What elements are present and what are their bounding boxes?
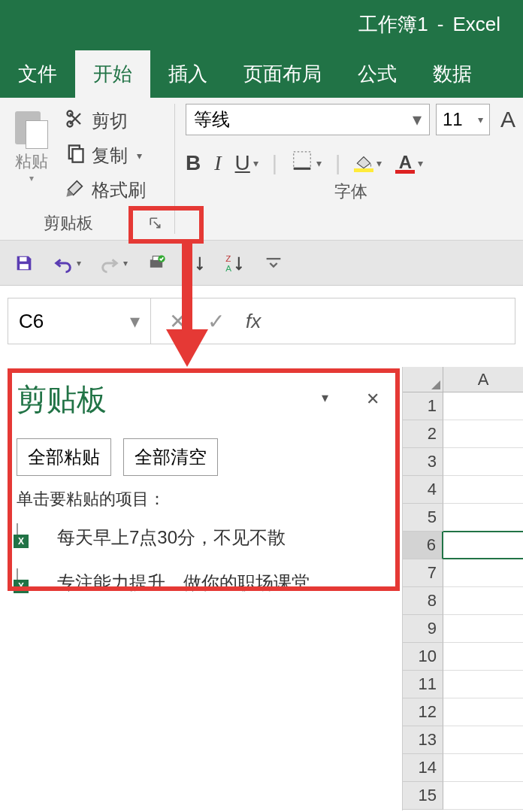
row-header[interactable]: 15	[403, 782, 443, 810]
qat-customize-button[interactable]	[263, 253, 284, 274]
save-button[interactable]	[14, 253, 35, 274]
svg-text:A: A	[186, 253, 192, 262]
row-header[interactable]: 2	[403, 420, 443, 448]
title-separator: -	[437, 13, 444, 36]
pane-options-dropdown[interactable]: ▾	[322, 389, 328, 409]
tab-data[interactable]: 数据	[415, 50, 490, 98]
border-icon	[291, 149, 313, 177]
row-header[interactable]: 4	[403, 476, 443, 504]
separator: |	[272, 151, 277, 175]
copy-label: 复制	[92, 144, 128, 168]
cell[interactable]	[443, 392, 523, 420]
sort-desc-button[interactable]: ZA	[224, 253, 245, 274]
cell[interactable]	[443, 698, 523, 726]
clipboard-items-list: X 每天早上7点30分，不见不散 X 专注能力提升，做你的职场课堂	[17, 524, 387, 596]
row-header[interactable]: 12	[403, 698, 443, 726]
undo-button[interactable]: ▾	[53, 253, 81, 274]
format-painter-label: 格式刷	[92, 178, 146, 202]
cell[interactable]	[443, 782, 523, 810]
grid-row: 4	[403, 476, 523, 504]
name-box-value: C6	[19, 310, 44, 333]
sort-asc-button[interactable]: AZ	[185, 253, 206, 274]
clear-all-button[interactable]: 全部清空	[123, 438, 218, 476]
cell[interactable]	[443, 559, 523, 587]
cell[interactable]	[443, 448, 523, 476]
cut-button[interactable]: 剪切	[60, 105, 150, 137]
cell[interactable]	[443, 476, 523, 504]
cell[interactable]	[443, 643, 523, 671]
font-color-button[interactable]: A ▾	[395, 152, 423, 174]
copy-button[interactable]: 复制 ▾	[60, 140, 150, 171]
tab-insert[interactable]: 插入	[150, 50, 225, 98]
column-header-A[interactable]: A	[443, 367, 523, 392]
grid-row: 3	[403, 448, 523, 476]
cell[interactable]	[443, 754, 523, 782]
svg-rect-7	[20, 264, 29, 269]
print-preview-button[interactable]	[146, 253, 167, 274]
cell[interactable]	[443, 671, 523, 698]
workbook-name: 工作簿1	[358, 11, 428, 38]
row-header[interactable]: 6	[403, 532, 443, 559]
clipboard-item[interactable]: X 每天早上7点30分，不见不散	[17, 524, 387, 551]
cancel-formula-button[interactable]: ✕	[169, 309, 186, 334]
font-group: 等线 ▾ 11 ▾ A B I U ▾ | ▾ |	[175, 98, 523, 240]
worksheet-grid[interactable]: A 123456789101112131415	[402, 367, 523, 810]
border-button[interactable]: ▾	[291, 149, 322, 177]
paste-icon	[14, 107, 50, 149]
undo-dropdown-icon: ▾	[77, 258, 81, 268]
clipboard-dialog-launcher[interactable]	[137, 210, 174, 237]
row-header[interactable]: 13	[403, 726, 443, 754]
font-size-select[interactable]: 11 ▾	[436, 104, 490, 135]
grow-font-icon[interactable]: A	[500, 107, 515, 132]
paste-button[interactable]: 粘贴 ▾	[11, 104, 56, 210]
separator: |	[335, 151, 340, 175]
grid-row: 5	[403, 504, 523, 532]
row-header[interactable]: 1	[403, 392, 443, 420]
tab-home[interactable]: 开始	[75, 50, 150, 98]
row-header[interactable]: 11	[403, 671, 443, 698]
underline-button[interactable]: U ▾	[235, 151, 258, 175]
font-name-value: 等线	[194, 108, 230, 132]
enter-formula-button[interactable]: ✓	[207, 309, 225, 334]
underline-dropdown-icon: ▾	[253, 157, 258, 169]
paste-label: 粘贴	[15, 150, 48, 173]
row-header[interactable]: 7	[403, 559, 443, 587]
name-box[interactable]: C6 ▾	[8, 298, 151, 344]
clipboard-item[interactable]: X 专注能力提升，做你的职场课堂	[17, 569, 387, 596]
paste-dropdown-icon: ▾	[29, 173, 34, 183]
cell[interactable]	[443, 420, 523, 448]
tab-file[interactable]: 文件	[0, 50, 75, 98]
bold-button[interactable]: B	[186, 151, 201, 175]
svg-text:A: A	[225, 262, 231, 272]
cell[interactable]	[443, 615, 523, 643]
row-header[interactable]: 9	[403, 615, 443, 643]
grid-rows: 123456789101112131415	[403, 392, 523, 810]
select-all-corner[interactable]	[403, 367, 443, 392]
row-header[interactable]: 5	[403, 504, 443, 532]
cell[interactable]	[443, 504, 523, 532]
pane-close-button[interactable]: ✕	[366, 389, 379, 409]
title-bar: 工作簿1 - Excel	[0, 0, 523, 49]
redo-button[interactable]: ▾	[99, 253, 128, 274]
row-header[interactable]: 8	[403, 587, 443, 615]
paste-all-button[interactable]: 全部粘贴	[17, 438, 111, 476]
formula-bar-row: C6 ▾ ✕ ✓ fx	[8, 298, 515, 344]
row-header[interactable]: 10	[403, 643, 443, 671]
italic-button[interactable]: I	[214, 151, 221, 175]
row-header[interactable]: 14	[403, 754, 443, 782]
row-header[interactable]: 3	[403, 448, 443, 476]
insert-function-button[interactable]: fx	[246, 310, 261, 333]
clipboard-instruction-text: 单击要粘贴的项目：	[17, 488, 387, 511]
tab-page-layout[interactable]: 页面布局	[225, 50, 340, 98]
cell[interactable]	[443, 726, 523, 754]
font-name-select[interactable]: 等线 ▾	[186, 104, 430, 135]
font-name-dropdown-icon: ▾	[413, 109, 422, 130]
grid-row: 11	[403, 671, 523, 698]
cell[interactable]	[443, 587, 523, 615]
grid-header-row: A	[403, 367, 523, 392]
quick-access-toolbar: ▾ ▾ AZ ZA	[0, 241, 523, 286]
cell[interactable]	[443, 531, 523, 559]
tab-formulas[interactable]: 公式	[340, 50, 415, 98]
fill-color-button[interactable]: ▾	[354, 153, 382, 172]
format-painter-button[interactable]: 格式刷	[60, 174, 150, 206]
